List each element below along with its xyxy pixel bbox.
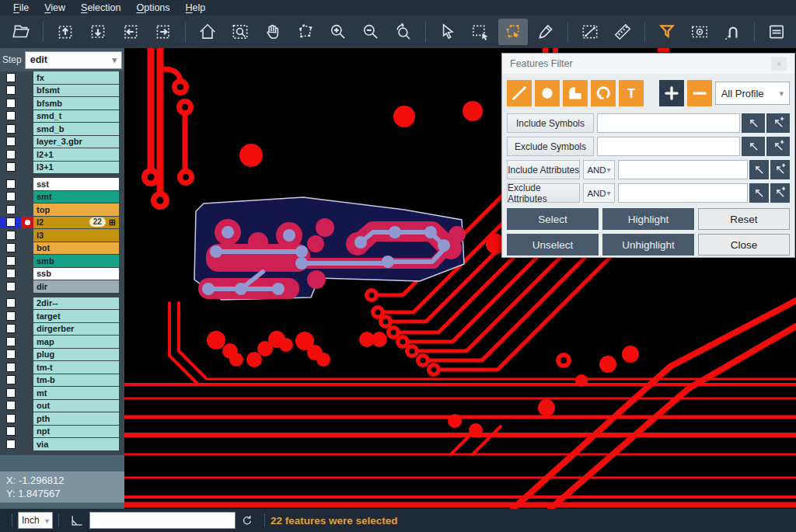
layer-name[interactable]: fx (33, 71, 119, 84)
layer-indicator-slot[interactable] (21, 310, 33, 322)
layer-indicator-slot[interactable] (21, 361, 33, 374)
layer-name[interactable]: mt (33, 387, 119, 399)
layer-name[interactable]: 2dir-- (33, 297, 119, 310)
layer-row-tm-t[interactable]: tm-t (0, 361, 124, 374)
unhighlight-button[interactable]: Unhighlight (602, 234, 694, 256)
features-filter-icon[interactable] (652, 19, 682, 45)
zoom-polygon-icon[interactable] (291, 19, 320, 45)
pick-add-from-screen-icon[interactable] (766, 113, 790, 133)
select-rect-icon[interactable] (466, 19, 495, 45)
layer-name[interactable]: l222⊞ (33, 217, 119, 229)
layer-visibility-checkbox[interactable] (0, 123, 21, 135)
layer-indicator-slot[interactable] (21, 136, 33, 148)
active-layer-indicator[interactable] (21, 217, 33, 229)
layer-name[interactable]: via (33, 438, 119, 450)
layer-row-dirgerber[interactable]: dirgerber (0, 323, 124, 336)
zoom-window-icon[interactable] (225, 19, 255, 45)
panel-list-icon[interactable] (762, 19, 791, 45)
select-button[interactable]: Select (507, 208, 599, 230)
layer-row-bot[interactable]: bot (0, 242, 124, 255)
select-cursor-icon[interactable] (433, 19, 463, 45)
layer-row-dir[interactable]: dir (0, 280, 124, 293)
layer-name[interactable]: top (33, 203, 119, 216)
layer-row-mt[interactable]: mt (0, 387, 124, 399)
layer-row-smb[interactable]: smb (0, 255, 124, 267)
layer-indicator-slot[interactable] (21, 85, 33, 97)
layer-name[interactable]: dirgerber (33, 323, 119, 336)
snap-icon[interactable] (717, 19, 747, 45)
layer-name[interactable]: plug (33, 349, 119, 361)
layer-row-tm-b[interactable]: tm-b (0, 374, 124, 387)
pan-down-icon[interactable] (83, 19, 113, 45)
layer-visibility-checkbox[interactable] (0, 97, 21, 110)
dialog-title-bar[interactable]: Features Filter × (502, 54, 794, 74)
surface-tool[interactable] (563, 80, 588, 106)
include-symbols-button[interactable]: Include Symbols (507, 113, 594, 133)
layer-visibility-checkbox[interactable] (0, 229, 21, 242)
layer-visibility-checkbox[interactable] (0, 136, 21, 148)
layer-name[interactable]: map (33, 336, 119, 348)
pad-tool[interactable] (535, 80, 560, 106)
grid-icon[interactable]: ⊞ (109, 218, 116, 227)
layer-row-smt[interactable]: smt (0, 191, 124, 203)
unselect-button[interactable]: Unselect (507, 234, 599, 256)
highlight-button[interactable]: Highlight (602, 208, 694, 230)
line-tool[interactable] (507, 80, 532, 106)
layer-name[interactable]: out (33, 400, 119, 412)
layer-name[interactable]: l3+1 (33, 162, 119, 174)
layer-name[interactable]: smb (33, 255, 119, 267)
pick-from-screen-icon[interactable] (749, 183, 769, 203)
layer-indicator-slot[interactable] (21, 242, 33, 255)
include-attributes-button[interactable]: Include Attributes (507, 160, 580, 179)
layer-row-npt[interactable]: npt (0, 426, 124, 438)
exclude-symbols-input[interactable] (597, 137, 740, 156)
layer-row-smd_b[interactable]: smd_b (0, 123, 124, 135)
reset-button[interactable]: Reset (698, 208, 790, 230)
pick-add-from-screen-icon[interactable] (766, 137, 790, 156)
layer-name[interactable]: bfsmt (33, 85, 119, 97)
layer-row-l2+1[interactable]: l2+1 (0, 148, 124, 161)
layer-name[interactable]: ssb (33, 268, 119, 280)
layer-name[interactable]: l2+1 (33, 148, 119, 161)
layer-name[interactable]: bot (33, 242, 119, 255)
layer-indicator-slot[interactable] (21, 229, 33, 242)
layer-indicator-slot[interactable] (21, 123, 33, 135)
and-or-select[interactable]: AND▾ (583, 160, 614, 179)
home-icon[interactable] (193, 19, 222, 45)
layer-visibility-checkbox[interactable] (0, 297, 21, 310)
layer-row-l3[interactable]: l3 (0, 229, 124, 242)
layer-indicator-slot[interactable] (21, 336, 33, 348)
layer-visibility-checkbox[interactable] (0, 361, 21, 374)
layer-visibility-checkbox[interactable] (0, 178, 21, 190)
close-button[interactable]: Close (698, 234, 790, 256)
text-tool[interactable]: T (619, 80, 644, 106)
layer-indicator-slot[interactable] (21, 148, 33, 161)
pan-up-icon[interactable] (51, 19, 80, 45)
exclude-attributes-input[interactable] (618, 183, 748, 203)
layer-visibility-checkbox[interactable] (0, 148, 21, 161)
layer-visibility-checkbox[interactable] (0, 191, 21, 203)
angle-icon[interactable] (69, 513, 85, 528)
layer-name[interactable]: dir (33, 280, 119, 293)
layer-indicator-slot[interactable] (21, 349, 33, 361)
profile-select[interactable]: All Profile ▾ (715, 82, 790, 105)
layer-name[interactable]: tm-t (33, 361, 119, 374)
layer-row-via[interactable]: via (0, 438, 124, 450)
layer-row-bfsmb[interactable]: bfsmb (0, 97, 124, 110)
menu-view[interactable]: View (37, 1, 72, 15)
pick-from-screen-icon[interactable] (742, 137, 765, 156)
layer-visibility-checkbox[interactable] (0, 336, 21, 348)
layer-indicator-slot[interactable] (21, 191, 33, 203)
remove-mode-button[interactable] (687, 80, 712, 106)
layer-indicator-slot[interactable] (21, 71, 33, 84)
layer-row-plug[interactable]: plug (0, 349, 124, 361)
layer-name[interactable]: target (33, 310, 119, 322)
layer-visibility-checkbox[interactable] (0, 310, 21, 322)
pan-right-icon[interactable] (148, 19, 178, 45)
layer-name[interactable]: l3 (33, 229, 119, 242)
menu-options[interactable]: Options (129, 1, 176, 15)
layer-visibility-checkbox[interactable] (0, 438, 21, 450)
layer-indicator-slot[interactable] (21, 110, 33, 123)
and-or-select[interactable]: AND▾ (583, 183, 614, 203)
layer-visibility-checkbox[interactable] (0, 162, 21, 174)
